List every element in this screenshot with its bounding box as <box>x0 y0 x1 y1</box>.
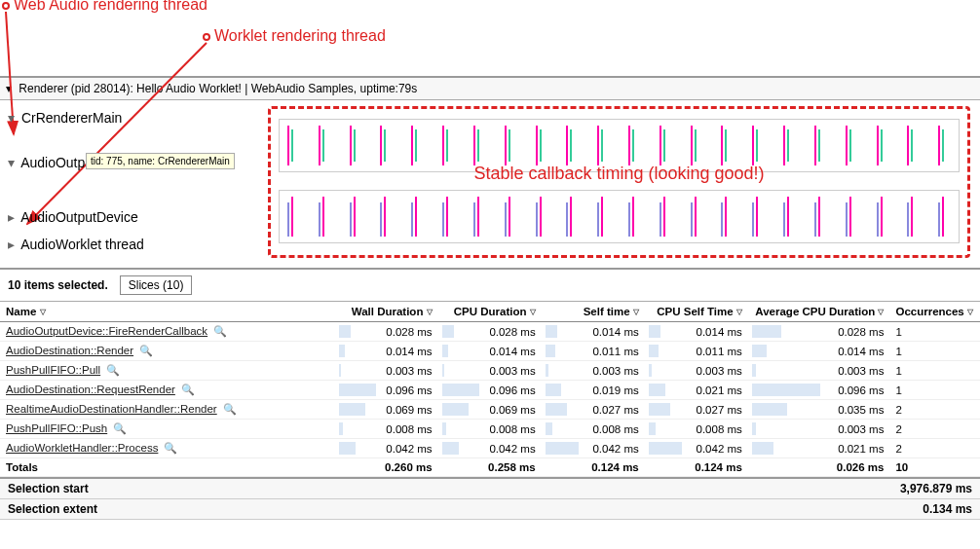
sort-icon: ▽ <box>427 308 433 316</box>
sort-icon: ▽ <box>967 308 973 316</box>
collapse-triangle-icon[interactable]: ▸ <box>8 237 18 252</box>
annotation-circle-1 <box>2 2 10 10</box>
sort-icon: ▽ <box>633 308 639 316</box>
slice-name-link[interactable]: RealtimeAudioDestinationHandler::Render <box>6 403 217 415</box>
callout-box: Stable callback timing (looking good!) <box>268 106 970 258</box>
thread-tooltip: tid: 775, name: CrRendererMain <box>86 153 235 169</box>
selection-bar: 10 items selected. Slices (10) <box>0 270 980 302</box>
slices-button[interactable]: Slices (10) <box>120 275 193 295</box>
thread-item-crrenderermain[interactable]: ▾ CrRendererMain <box>0 104 258 131</box>
magnifier-icon[interactable]: 🔍 <box>181 384 195 396</box>
threads-area: ▾ CrRendererMain ▾ AudioOutputDevice tid… <box>0 100 980 270</box>
annotation-layer: Web Audio rendering thread Worklet rende… <box>0 0 980 78</box>
table-row[interactable]: AudioOutputDevice::FireRenderCallback🔍0.… <box>0 322 980 342</box>
summary-extent: Selection extent 0.134 ms <box>0 499 980 520</box>
slice-name-link[interactable]: AudioDestination::Render <box>6 345 133 356</box>
magnifier-icon[interactable]: 🔍 <box>106 364 120 377</box>
col-cpu-self[interactable]: CPU Self Time ▽ <box>645 302 748 322</box>
annotation-web-audio: Web Audio rendering thread <box>14 0 207 14</box>
col-name[interactable]: Name ▽ <box>0 302 335 322</box>
expand-triangle-icon[interactable]: ▾ <box>8 155 18 170</box>
col-cpu[interactable]: CPU Duration ▽ <box>438 302 542 322</box>
table-row[interactable]: AudioWorkletHandler::Process🔍0.042 ms0.0… <box>0 439 980 458</box>
magnifier-icon[interactable]: 🔍 <box>223 403 237 416</box>
slice-name-link[interactable]: AudioWorkletHandler::Process <box>6 442 158 454</box>
selection-count: 10 items selected. <box>8 278 108 292</box>
table-row[interactable]: AudioDestination::Render🔍0.014 ms0.014 m… <box>0 342 980 361</box>
process-title: Renderer (pid 28014): Hello Audio Workle… <box>19 82 417 95</box>
table-row[interactable]: RealtimeAudioDestinationHandler::Render🔍… <box>0 400 980 420</box>
selection-summary: Selection start 3,976.879 ms Selection e… <box>0 477 980 520</box>
slice-name-link[interactable]: AudioDestination::RequestRender <box>6 384 175 395</box>
slices-table: Name ▽ Wall Duration ▽ CPU Duration ▽ Se… <box>0 302 980 477</box>
collapse-triangle-icon[interactable]: ▸ <box>8 209 18 225</box>
expand-triangle-icon[interactable]: ▾ <box>8 110 18 126</box>
process-header: ▾ Renderer (pid 28014): Hello Audio Work… <box>0 76 980 100</box>
thread-list: ▾ CrRendererMain ▾ AudioOutputDevice tid… <box>0 100 258 268</box>
sort-icon: ▽ <box>530 308 536 316</box>
annotation-circle-2 <box>203 33 210 41</box>
slice-name-link[interactable]: PushPullFIFO::Push <box>6 422 107 434</box>
expand-triangle-icon[interactable]: ▾ <box>6 82 16 95</box>
slice-name-link[interactable]: PushPullFIFO::Pull <box>6 364 100 376</box>
col-avg[interactable]: Average CPU Duration ▽ <box>748 302 890 322</box>
summary-start: Selection start 3,976.879 ms <box>0 479 980 499</box>
slice-name-link[interactable]: AudioOutputDevice::FireRenderCallback <box>6 325 207 337</box>
sort-icon: ▽ <box>878 308 884 316</box>
totals-row: Totals 0.260 ms 0.258 ms 0.124 ms 0.124 … <box>0 458 980 477</box>
sort-icon: ▽ <box>736 308 742 316</box>
timeline-track-2[interactable] <box>279 190 960 243</box>
magnifier-icon[interactable]: 🔍 <box>113 422 127 435</box>
table-row[interactable]: PushPullFIFO::Push🔍0.008 ms0.008 ms0.008… <box>0 420 980 439</box>
magnifier-icon[interactable]: 🔍 <box>213 325 227 338</box>
track-area: Stable callback timing (looking good!) <box>258 100 980 268</box>
col-wall[interactable]: Wall Duration ▽ <box>335 302 438 322</box>
thread-item-audiooutput-2[interactable]: ▸ AudioOutputDevice <box>0 203 258 231</box>
thread-item-audiooutput-1[interactable]: ▾ AudioOutputDevice tid: 775, name: CrRe… <box>0 149 258 176</box>
col-self[interactable]: Self time ▽ <box>542 302 645 322</box>
annotation-worklet: Worklet rendering thread <box>214 27 386 45</box>
table-row[interactable]: AudioDestination::RequestRender🔍0.096 ms… <box>0 381 980 400</box>
sort-icon: ▽ <box>40 308 46 316</box>
magnifier-icon[interactable]: 🔍 <box>139 345 153 357</box>
thread-item-audioworklet[interactable]: ▸ AudioWorklet thread <box>0 231 258 258</box>
table-row[interactable]: PushPullFIFO::Pull🔍0.003 ms0.003 ms0.003… <box>0 361 980 381</box>
magnifier-icon[interactable]: 🔍 <box>164 442 177 455</box>
callout-text: Stable callback timing (looking good!) <box>473 164 764 184</box>
col-occ[interactable]: Occurrences ▽ <box>889 302 980 322</box>
